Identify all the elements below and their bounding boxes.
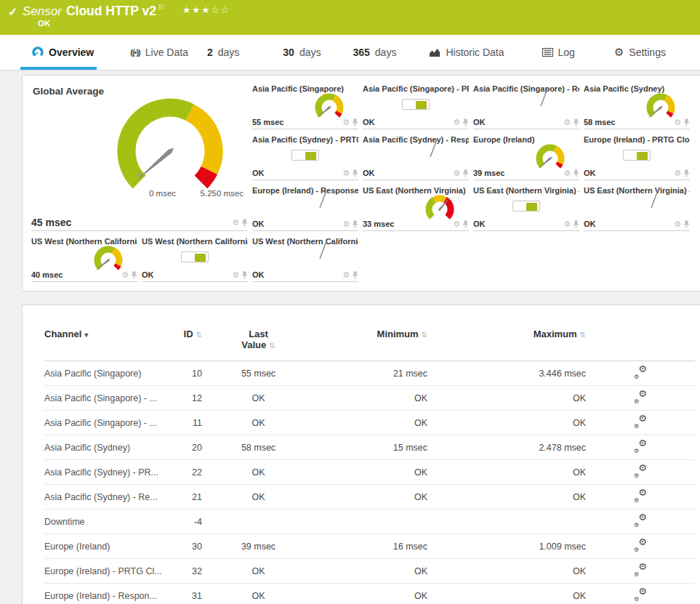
- gear-icon[interactable]: ⚙: [563, 220, 571, 228]
- pin-icon[interactable]: [241, 219, 248, 227]
- gear-icon[interactable]: ⚙: [232, 219, 239, 227]
- channel-name-cell[interactable]: Asia Pacific (Sydney) - Re...: [44, 485, 179, 510]
- channel-id-cell: 31: [179, 584, 202, 604]
- table-row[interactable]: Asia Pacific (Sydney) - Re... 21 OK OK O…: [44, 485, 695, 510]
- pin-icon[interactable]: [683, 220, 690, 228]
- pin-icon[interactable]: [352, 118, 358, 126]
- channel-settings-icon[interactable]: ⚙⚙: [634, 563, 647, 576]
- channel-gauge-tile[interactable]: US East (Northern Virginia) - ... OK ⚙: [473, 185, 579, 231]
- column-header-channel[interactable]: Channel▾: [44, 324, 179, 361]
- pin-icon[interactable]: [352, 169, 358, 177]
- channel-name-cell[interactable]: Europe (Ireland) - Respon...: [44, 584, 179, 604]
- table-row[interactable]: Asia Pacific (Singapore) - ... 12 OK OK …: [44, 386, 695, 411]
- channel-gauge-tile[interactable]: Asia Pacific (Sydney) 58 msec ⚙: [584, 83, 690, 129]
- column-header-maximum[interactable]: Maximum⇅: [427, 324, 586, 361]
- table-row[interactable]: Downtime -4 ⚙⚙: [44, 510, 695, 534]
- flag-icon[interactable]: ⚐: [158, 3, 165, 12]
- gear-icon[interactable]: ⚙: [453, 220, 460, 228]
- column-header-id[interactable]: ID⇅: [179, 324, 202, 361]
- channel-name-cell[interactable]: Asia Pacific (Singapore) - ...: [44, 411, 179, 435]
- gear-icon[interactable]: ⚙: [563, 118, 571, 126]
- gear-icon[interactable]: ⚙: [342, 271, 350, 279]
- channel-settings-icon[interactable]: ⚙⚙: [634, 415, 647, 428]
- pin-icon[interactable]: [683, 118, 690, 126]
- channel-name-cell[interactable]: Asia Pacific (Sydney): [44, 435, 179, 460]
- channel-name-cell[interactable]: Europe (Ireland) - PRTG Cl...: [44, 559, 179, 584]
- gear-icon[interactable]: ⚙: [232, 271, 239, 279]
- channel-gauge-tile[interactable]: Europe (Ireland) 39 msec ⚙: [473, 134, 579, 180]
- channel-gauge-tile[interactable]: Europe (Ireland) - PRTG Cloud... OK ⚙: [584, 134, 690, 180]
- channel-settings-icon[interactable]: ⚙⚙: [634, 390, 647, 403]
- channel-settings-icon[interactable]: ⚙⚙: [634, 366, 647, 379]
- pin-icon[interactable]: [462, 220, 469, 228]
- channel-gauge-tile[interactable]: Asia Pacific (Singapore) 55 msec ⚙: [252, 83, 358, 129]
- channel-gauge-tile[interactable]: Asia Pacific (Sydney) - PRTG ... OK ⚙: [252, 134, 358, 180]
- table-row[interactable]: Asia Pacific (Singapore) - ... 11 OK OK …: [44, 411, 695, 435]
- priority-stars[interactable]: ★★★☆☆: [182, 5, 230, 15]
- channel-gauge-tile[interactable]: Asia Pacific (Singapore) - Res... OK ⚙: [473, 83, 579, 129]
- gear-icon[interactable]: ⚙: [674, 169, 681, 177]
- tab-historic-data[interactable]: Historic Data: [430, 35, 504, 70]
- channel-settings-icon[interactable]: ⚙⚙: [634, 489, 647, 502]
- pin-icon[interactable]: [683, 169, 690, 177]
- channel-name-cell[interactable]: Asia Pacific (Sydney) - PR...: [44, 460, 179, 485]
- gear-icon[interactable]: ⚙: [453, 169, 460, 177]
- channel-gauge-tile[interactable]: Asia Pacific (Sydney) - Respo... OK ⚙: [363, 134, 469, 180]
- channel-id-cell: 10: [179, 361, 202, 386]
- channel-maximum-cell: OK: [427, 411, 586, 435]
- pin-icon[interactable]: [241, 271, 248, 279]
- channel-tile-value: OK: [142, 270, 154, 279]
- column-header-minimum[interactable]: Minimum⇅: [315, 324, 427, 361]
- pin-icon[interactable]: [573, 220, 579, 228]
- tab-30-days[interactable]: 30 days: [283, 35, 321, 70]
- channel-settings-icon[interactable]: ⚙⚙: [634, 464, 647, 478]
- channel-name-cell[interactable]: Asia Pacific (Singapore): [44, 361, 179, 386]
- table-row[interactable]: Asia Pacific (Singapore) 10 55 msec 21 m…: [44, 361, 695, 386]
- pin-icon[interactable]: [573, 118, 579, 126]
- channel-name-cell[interactable]: Asia Pacific (Singapore) - ...: [44, 386, 179, 411]
- channel-gauge-tile[interactable]: Asia Pacific (Singapore) - PR... OK ⚙: [363, 83, 469, 129]
- sensor-overview-content: Global Average x̄ 0 msec 5.250 msec 45 m…: [0, 71, 700, 604]
- channel-gauge-tile[interactable]: Europe (Ireland) - Response C... OK ⚙: [252, 185, 358, 231]
- column-header-last-value[interactable]: Last Value⇅: [202, 324, 315, 361]
- gear-icon[interactable]: ⚙: [121, 271, 129, 279]
- channel-name-cell[interactable]: Europe (Ireland): [44, 534, 179, 559]
- gear-icon[interactable]: ⚙: [342, 118, 350, 126]
- channel-settings-icon[interactable]: ⚙⚙: [634, 539, 647, 552]
- tab-settings[interactable]: ⚙ Settings: [614, 35, 666, 70]
- table-row[interactable]: Europe (Ireland) - Respon... 31 OK OK OK…: [44, 584, 695, 604]
- table-row[interactable]: Asia Pacific (Sydney) 20 58 msec 15 msec…: [44, 435, 695, 460]
- channel-gauge-tile[interactable]: US West (Northern California)... OK ⚙: [252, 235, 358, 282]
- pin-icon[interactable]: [352, 220, 358, 228]
- channel-gauge-tile[interactable]: US East (Northern Virginia) - ... OK ⚙: [584, 185, 690, 231]
- pin-icon[interactable]: [462, 118, 469, 126]
- channel-gauge-tile[interactable]: US East (Northern Virginia) 33 msec ⚙: [363, 185, 469, 231]
- channel-settings-icon[interactable]: ⚙⚙: [634, 440, 647, 453]
- channel-name-cell[interactable]: Downtime: [44, 510, 179, 534]
- table-row[interactable]: Europe (Ireland) 30 39 msec 16 msec 1.00…: [44, 534, 695, 559]
- tab-overview[interactable]: Overview: [32, 35, 94, 70]
- pin-icon[interactable]: [462, 169, 469, 177]
- channel-tile-value: 39 msec: [473, 169, 504, 177]
- gear-icon[interactable]: ⚙: [342, 220, 350, 228]
- tab-2-days[interactable]: 2 days: [207, 35, 239, 70]
- gauge-tile-global-average[interactable]: Global Average x̄ 0 msec 5.250 msec 45 m…: [31, 83, 248, 231]
- gear-icon[interactable]: ⚙: [453, 118, 460, 126]
- channel-gauge-tile[interactable]: US West (Northern California) 40 msec ⚙: [31, 235, 137, 282]
- channel-minimum-cell: [315, 510, 427, 534]
- table-row[interactable]: Europe (Ireland) - PRTG Cl... 32 OK OK O…: [44, 559, 695, 584]
- channel-gauge-tile[interactable]: US West (Northern California)... OK ⚙: [142, 235, 248, 282]
- channel-settings-icon[interactable]: ⚙⚙: [634, 514, 647, 527]
- pin-icon[interactable]: [573, 169, 579, 177]
- channel-settings-icon[interactable]: ⚙⚙: [634, 588, 647, 601]
- gear-icon[interactable]: ⚙: [563, 169, 571, 177]
- pin-icon[interactable]: [352, 271, 358, 279]
- table-row[interactable]: Asia Pacific (Sydney) - PR... 22 OK OK O…: [44, 460, 695, 485]
- tab-live-data[interactable]: ((•)) Live Data: [130, 35, 188, 70]
- gear-icon[interactable]: ⚙: [342, 169, 350, 177]
- tab-365-days[interactable]: 365 days: [353, 35, 396, 70]
- gear-icon[interactable]: ⚙: [674, 220, 681, 228]
- pin-icon[interactable]: [131, 271, 137, 279]
- gear-icon[interactable]: ⚙: [674, 118, 681, 126]
- tab-log[interactable]: Log: [542, 35, 575, 70]
